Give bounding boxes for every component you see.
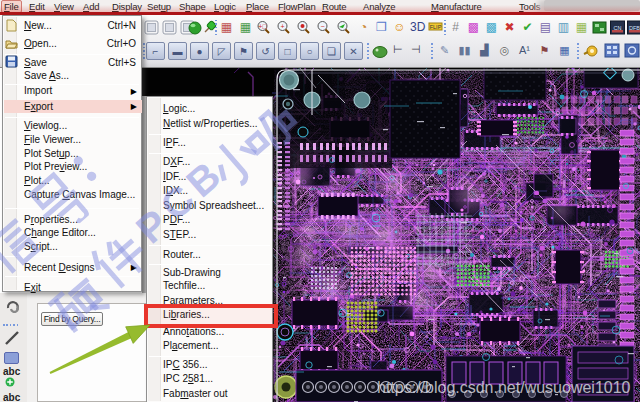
svg-text:+□: +□	[258, 22, 267, 29]
svg-text:+: +	[280, 22, 284, 29]
svg-text:CN: CN	[614, 24, 622, 30]
svg-text:−: −	[320, 22, 324, 29]
svg-text:DFB: DFB	[629, 24, 640, 30]
svg-text:FLIP: FLIP	[430, 24, 442, 30]
